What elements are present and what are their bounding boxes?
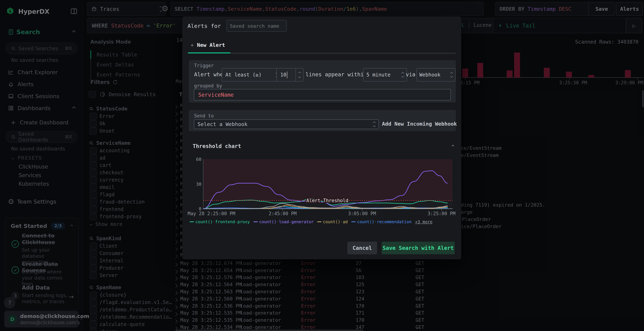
- alert-modal: Alerts for + New Alert Trigger Alert whe…: [182, 16, 461, 259]
- alert-count-input[interactable]: 10: [276, 68, 304, 81]
- legend-swatch: [254, 221, 258, 222]
- trigger-panel: Trigger Alert when At least (≥) 10 lines…: [189, 60, 456, 103]
- number-spinner[interactable]: [296, 68, 303, 81]
- svg-text:Alert Threshold: Alert Threshold: [306, 198, 348, 203]
- saved-search-name-input[interactable]: [227, 20, 287, 32]
- legend-item[interactable]: count() · recommendation: [351, 220, 412, 224]
- svg-text:3:25:00 PM: 3:25:00 PM: [428, 211, 456, 216]
- grouped-by-input[interactable]: ServiceName: [194, 89, 451, 100]
- lines-within-label: lines appear within: [306, 68, 367, 81]
- legend-swatch: [190, 221, 194, 222]
- legend-item[interactable]: count() · load-generator: [254, 220, 314, 224]
- threshold-chart: 03060May 28 2:25:00 PM2:45:00 PM3:05:00 …: [186, 156, 458, 218]
- legend-item[interactable]: count() · ad: [317, 220, 348, 224]
- condition-select[interactable]: At least (≥): [222, 68, 282, 81]
- tab-label: New Alert: [197, 42, 225, 48]
- grouped-by-label: grouped by: [194, 83, 222, 88]
- add-webhook-button[interactable]: Add New Incoming Webhook: [382, 119, 457, 128]
- window-select[interactable]: 5 minute: [363, 68, 407, 81]
- spinner-down-icon[interactable]: [298, 75, 301, 78]
- send-to-label: Send to: [194, 113, 214, 118]
- count-value: 10: [280, 72, 286, 78]
- collapse-chart-icon[interactable]: [452, 145, 454, 148]
- spinner-up-icon[interactable]: [298, 71, 301, 74]
- legend-swatch: [317, 221, 322, 222]
- tab-new-alert[interactable]: + New Alert: [190, 41, 225, 49]
- via-label: via: [406, 68, 416, 81]
- grouped-by-value: ServiceName: [198, 92, 234, 98]
- condition-value: At least (≥): [226, 72, 262, 78]
- legend-item[interactable]: count() · frontend-proxy: [190, 220, 250, 224]
- svg-text:0: 0: [199, 206, 202, 211]
- save-search-with-alert-button[interactable]: Save Search with Alert: [382, 242, 455, 254]
- alert-when-label: Alert when: [194, 68, 226, 81]
- svg-text:May 28 2:25:00 PM: May 28 2:25:00 PM: [188, 211, 235, 216]
- svg-text:60: 60: [196, 157, 202, 162]
- chevron-updown-icon: [373, 122, 375, 127]
- window-value: 5 minute: [366, 72, 390, 78]
- channel-select[interactable]: Webhook: [416, 68, 456, 81]
- threshold-chart-title: Threshold chart: [193, 143, 241, 149]
- cancel-button[interactable]: Cancel: [348, 242, 377, 254]
- svg-text:2:45:00 PM: 2:45:00 PM: [269, 211, 297, 216]
- plus-icon: +: [190, 42, 194, 48]
- svg-text:3:05:00 PM: 3:05:00 PM: [348, 211, 376, 216]
- modal-title: Alerts for: [188, 23, 221, 29]
- tab-active-indicator: [188, 52, 230, 53]
- text-cursor: [287, 71, 287, 78]
- channel-value: Webhook: [419, 72, 440, 78]
- svg-text:30: 30: [196, 182, 202, 187]
- chevron-updown-icon: [450, 72, 452, 77]
- webhook-placeholder: Select a Webhook: [198, 121, 248, 127]
- legend-swatch: [351, 221, 356, 222]
- chevron-updown-icon: [402, 72, 404, 77]
- send-to-panel: Send to Select a Webhook Add New Incomin…: [189, 110, 456, 131]
- webhook-select[interactable]: Select a Webhook: [194, 119, 379, 129]
- legend-more-link[interactable]: +3 more: [415, 220, 432, 224]
- chart-legend: count() · frontend-proxy count() · load-…: [190, 220, 454, 224]
- trigger-label: Trigger: [194, 63, 214, 68]
